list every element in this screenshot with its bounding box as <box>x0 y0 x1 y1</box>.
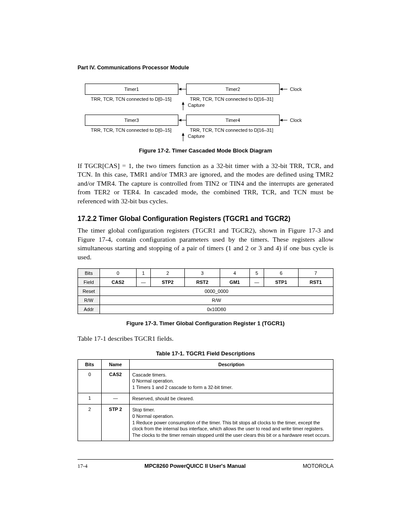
page-footer: 17-4 MPC8260 PowerQUICC II User's Manual… <box>78 463 333 470</box>
register-table: Bits 0 1 2 3 4 5 6 7 Field CAS2 — STP2 R… <box>78 268 333 314</box>
vendor-name: MOTOROLA <box>303 463 333 470</box>
timer2-box: Timer2 <box>186 84 280 95</box>
arrow-left-icon <box>280 87 287 91</box>
paragraph: Table 17-1 describes TGCR1 fields. <box>78 334 333 343</box>
page-number: 17-4 <box>78 463 87 470</box>
arrow-left-icon <box>280 118 287 122</box>
table-row: R/W R/W <box>78 296 333 305</box>
table-row: 2 STP 2 Stop timer.0 Normal operation.1 … <box>78 404 333 441</box>
svg-marker-11 <box>182 133 184 136</box>
capture-label: Capture <box>188 134 205 139</box>
clock-label: Clock <box>290 87 302 92</box>
svg-marker-5 <box>182 102 184 105</box>
block-diagram: Timer1 Timer2 Clock TRR, TCR, TCN connec… <box>85 84 326 141</box>
capture-row-1: Capture <box>85 102 326 110</box>
paragraph: The timer global configuration registers… <box>78 226 333 261</box>
arrow-up-icon <box>181 102 185 110</box>
part-header: Part IV. Communications Processor Module <box>78 65 333 71</box>
table-header-row: Bits Name Description <box>78 359 333 369</box>
timer1-box: Timer1 <box>85 84 178 95</box>
figure-caption: Figure 17-3. Timer Global Configuration … <box>78 320 333 327</box>
svg-marker-9 <box>280 119 283 121</box>
page: Part IV. Communications Processor Module… <box>0 0 411 495</box>
description-cell: Reserved, should be cleared. <box>130 393 333 404</box>
clock-label: Clock <box>290 118 302 123</box>
paragraph: If TGCR[CAS] = 1, the two timers functio… <box>78 162 333 205</box>
table-caption: Table 17-1. TGCR1 Field Descriptions <box>78 350 333 357</box>
table-row: Addr 0x10D80 <box>78 305 333 314</box>
arrow-left-icon <box>178 87 186 91</box>
description-cell: Cascade timers.0 Normal operation.1 Time… <box>130 369 333 393</box>
arrow-up-icon <box>181 133 185 141</box>
diagram-row-1: Timer1 Timer2 Clock <box>85 84 326 95</box>
description-cell: Stop timer.0 Normal operation.1 Reduce p… <box>130 404 333 441</box>
manual-title: MPC8260 PowerQUICC II User's Manual <box>144 463 246 470</box>
table-row: Reset 0000_0000 <box>78 287 333 296</box>
diagram-row-2: Timer3 Timer4 Clock <box>85 115 326 126</box>
table-row: Bits 0 1 2 3 4 5 6 7 <box>78 269 333 278</box>
footer-rule <box>78 459 333 460</box>
section-heading: 17.2.2 Timer Global Configuration Regist… <box>78 215 333 223</box>
capture-row-2: Capture <box>85 133 326 141</box>
sub-label-row-1: TRR, TCR, TCN connected to D[0–15] TRR, … <box>85 96 326 102</box>
timer3-box: Timer3 <box>85 115 178 126</box>
field-description-table: Bits Name Description 0 CAS2 Cascade tim… <box>78 359 333 442</box>
svg-marker-3 <box>280 88 283 90</box>
arrow-left-icon <box>178 118 186 122</box>
timer4-box: Timer4 <box>186 115 280 126</box>
svg-marker-1 <box>178 88 181 90</box>
figure-caption: Figure 17-2. Timer Cascaded Mode Block D… <box>78 147 333 154</box>
sub-label-row-2: TRR, TCR, TCN connected to D[0–15] TRR, … <box>85 128 326 133</box>
svg-marker-7 <box>178 119 181 121</box>
table-row: Field CAS2 — STP2 RST2 GM1 — STP1 RST1 <box>78 278 333 287</box>
capture-label: Capture <box>188 103 205 108</box>
table-row: 0 CAS2 Cascade timers.0 Normal operation… <box>78 369 333 393</box>
table-row: 1 — Reserved, should be cleared. <box>78 393 333 404</box>
